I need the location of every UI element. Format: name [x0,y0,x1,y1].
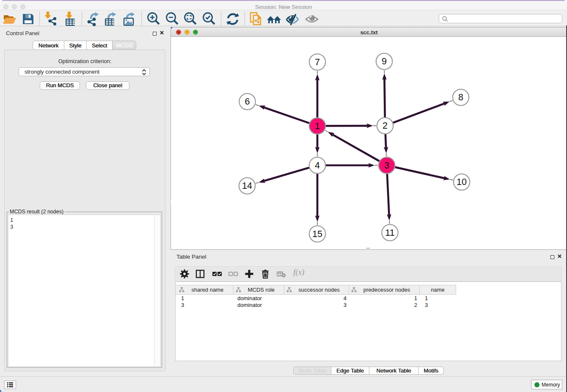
svg-text:3: 3 [384,160,389,171]
svg-text:10: 10 [457,177,467,187]
svg-text:9: 9 [382,56,387,66]
svg-text:7: 7 [315,57,320,67]
svg-text:8: 8 [458,92,463,102]
svg-text:1: 1 [315,121,320,131]
svg-text:2: 2 [383,121,388,131]
svg-text:15: 15 [312,229,322,239]
svg-text:4: 4 [315,160,320,171]
svg-text:6: 6 [245,97,250,107]
svg-text:14: 14 [242,181,252,191]
svg-text:11: 11 [385,228,394,238]
